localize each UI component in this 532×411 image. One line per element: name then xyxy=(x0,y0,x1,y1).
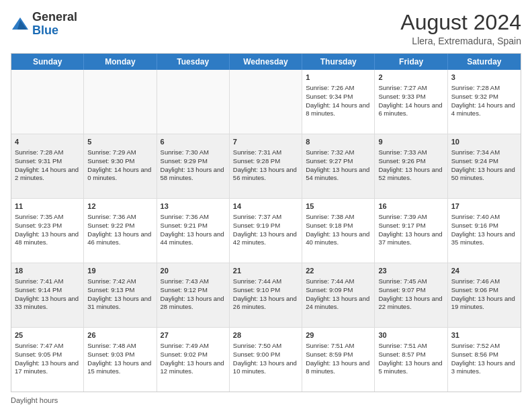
sunrise-text: Sunrise: 7:27 AM xyxy=(378,84,443,93)
sunset-text: Sunset: 9:31 PM xyxy=(15,157,80,166)
sunrise-text: Sunrise: 7:38 AM xyxy=(306,213,371,222)
footer-label: Daylight hours xyxy=(11,396,58,404)
calendar-cell: 14Sunrise: 7:37 AMSunset: 9:19 PMDayligh… xyxy=(230,199,302,263)
day-of-week-header: Sunday xyxy=(11,54,84,70)
day-number: 14 xyxy=(233,201,298,212)
day-number: 7 xyxy=(233,137,298,147)
calendar-row: 18Sunrise: 7:41 AMSunset: 9:14 PMDayligh… xyxy=(11,263,521,328)
calendar-cell: 3Sunrise: 7:28 AMSunset: 9:32 PMDaylight… xyxy=(448,70,521,134)
sunrise-text: Sunrise: 7:28 AM xyxy=(15,148,80,157)
day-number: 8 xyxy=(306,137,371,147)
daylight-text: Daylight: 14 hours and 4 minutes. xyxy=(451,101,517,119)
sunrise-text: Sunrise: 7:26 AM xyxy=(306,84,371,93)
month-year: August 2024 xyxy=(400,11,521,34)
calendar-row: 11Sunrise: 7:35 AMSunset: 9:23 PMDayligh… xyxy=(11,199,521,263)
day-number: 10 xyxy=(451,137,517,147)
day-number: 15 xyxy=(306,201,371,212)
sunset-text: Sunset: 9:17 PM xyxy=(378,222,443,230)
sunset-text: Sunset: 9:30 PM xyxy=(87,157,152,166)
sunset-text: Sunset: 8:56 PM xyxy=(451,351,517,359)
day-of-week-header: Thursday xyxy=(302,54,375,70)
day-number: 19 xyxy=(87,266,152,276)
sunset-text: Sunset: 9:13 PM xyxy=(87,286,152,295)
sunrise-text: Sunrise: 7:39 AM xyxy=(378,213,443,222)
day-number: 17 xyxy=(451,201,517,212)
sunrise-text: Sunrise: 7:33 AM xyxy=(378,148,443,157)
day-number: 30 xyxy=(378,330,443,340)
day-of-week-header: Wednesday xyxy=(230,54,302,70)
sunrise-text: Sunrise: 7:43 AM xyxy=(161,277,226,286)
daylight-text: Daylight: 13 hours and 8 minutes. xyxy=(306,359,371,377)
sunrise-text: Sunrise: 7:41 AM xyxy=(15,277,80,286)
day-number: 27 xyxy=(161,330,226,340)
sunset-text: Sunset: 9:27 PM xyxy=(306,157,371,166)
day-number: 24 xyxy=(451,266,517,276)
daylight-text: Daylight: 13 hours and 46 minutes. xyxy=(87,230,152,248)
daylight-text: Daylight: 13 hours and 26 minutes. xyxy=(233,295,298,312)
day-number: 28 xyxy=(233,330,298,340)
sunset-text: Sunset: 9:00 PM xyxy=(233,351,298,359)
sunrise-text: Sunrise: 7:46 AM xyxy=(451,277,517,286)
sunrise-text: Sunrise: 7:35 AM xyxy=(15,213,80,222)
sunset-text: Sunset: 9:12 PM xyxy=(161,286,226,295)
daylight-text: Daylight: 13 hours and 52 minutes. xyxy=(378,166,443,183)
daylight-text: Daylight: 13 hours and 12 minutes. xyxy=(161,359,226,377)
calendar-row: 1Sunrise: 7:26 AMSunset: 9:34 PMDaylight… xyxy=(11,70,521,134)
sunset-text: Sunset: 9:34 PM xyxy=(306,93,371,101)
day-number: 12 xyxy=(87,201,152,212)
sunset-text: Sunset: 9:16 PM xyxy=(451,222,517,230)
calendar-cell: 17Sunrise: 7:40 AMSunset: 9:16 PMDayligh… xyxy=(448,199,521,263)
day-number: 13 xyxy=(161,201,226,212)
sunrise-text: Sunrise: 7:51 AM xyxy=(378,342,443,351)
day-number: 23 xyxy=(378,266,443,276)
day-number: 21 xyxy=(233,266,298,276)
daylight-text: Daylight: 13 hours and 58 minutes. xyxy=(161,166,226,183)
sunrise-text: Sunrise: 7:28 AM xyxy=(451,84,517,93)
sunrise-text: Sunrise: 7:50 AM xyxy=(233,342,298,351)
sunrise-text: Sunrise: 7:48 AM xyxy=(87,342,152,351)
day-of-week-header: Tuesday xyxy=(157,54,230,70)
calendar-cell xyxy=(84,70,157,134)
sunrise-text: Sunrise: 7:37 AM xyxy=(233,213,298,222)
sunrise-text: Sunrise: 7:52 AM xyxy=(451,342,517,351)
daylight-text: Daylight: 13 hours and 54 minutes. xyxy=(306,166,371,183)
sunset-text: Sunset: 8:59 PM xyxy=(306,351,371,359)
day-number: 16 xyxy=(378,201,443,212)
sunrise-text: Sunrise: 7:44 AM xyxy=(306,277,371,286)
sunset-text: Sunset: 9:18 PM xyxy=(306,222,371,230)
day-number: 6 xyxy=(161,137,226,147)
daylight-text: Daylight: 13 hours and 35 minutes. xyxy=(451,230,517,248)
sunrise-text: Sunrise: 7:31 AM xyxy=(233,148,298,157)
calendar-cell: 11Sunrise: 7:35 AMSunset: 9:23 PMDayligh… xyxy=(11,199,84,263)
calendar-cell: 5Sunrise: 7:29 AMSunset: 9:30 PMDaylight… xyxy=(84,134,157,198)
calendar-cell: 19Sunrise: 7:42 AMSunset: 9:13 PMDayligh… xyxy=(84,263,157,327)
daylight-text: Daylight: 13 hours and 3 minutes. xyxy=(451,359,517,377)
sunset-text: Sunset: 9:24 PM xyxy=(451,157,517,166)
sunrise-text: Sunrise: 7:36 AM xyxy=(87,213,152,222)
calendar-cell: 4Sunrise: 7:28 AMSunset: 9:31 PMDaylight… xyxy=(11,134,84,198)
day-number: 22 xyxy=(306,266,371,276)
calendar-cell: 24Sunrise: 7:46 AMSunset: 9:06 PMDayligh… xyxy=(448,263,521,327)
day-number: 11 xyxy=(15,201,80,212)
calendar-cell: 27Sunrise: 7:49 AMSunset: 9:02 PMDayligh… xyxy=(157,328,230,392)
daylight-text: Daylight: 13 hours and 24 minutes. xyxy=(306,295,371,312)
day-number: 9 xyxy=(378,137,443,147)
calendar-row: 4Sunrise: 7:28 AMSunset: 9:31 PMDaylight… xyxy=(11,134,521,199)
sunrise-text: Sunrise: 7:44 AM xyxy=(233,277,298,286)
calendar-cell: 23Sunrise: 7:45 AMSunset: 9:07 PMDayligh… xyxy=(375,263,447,327)
logo-text: General Blue xyxy=(32,11,77,38)
day-number: 5 xyxy=(87,137,152,147)
daylight-text: Daylight: 13 hours and 33 minutes. xyxy=(15,295,80,312)
sunrise-text: Sunrise: 7:32 AM xyxy=(306,148,371,157)
logo: General Blue xyxy=(11,11,77,38)
title-block: August 2024 Llera, Extremadura, Spain xyxy=(400,11,521,46)
sunrise-text: Sunrise: 7:29 AM xyxy=(87,148,152,157)
day-number: 26 xyxy=(87,330,152,340)
sunset-text: Sunset: 9:03 PM xyxy=(87,351,152,359)
calendar-cell: 6Sunrise: 7:30 AMSunset: 9:29 PMDaylight… xyxy=(157,134,230,198)
calendar-cell: 12Sunrise: 7:36 AMSunset: 9:22 PMDayligh… xyxy=(84,199,157,263)
calendar: SundayMondayTuesdayWednesdayThursdayFrid… xyxy=(11,53,521,392)
calendar-cell xyxy=(230,70,302,134)
calendar-cell: 28Sunrise: 7:50 AMSunset: 9:00 PMDayligh… xyxy=(230,328,302,392)
page: General Blue August 2024 Llera, Extremad… xyxy=(0,0,532,411)
